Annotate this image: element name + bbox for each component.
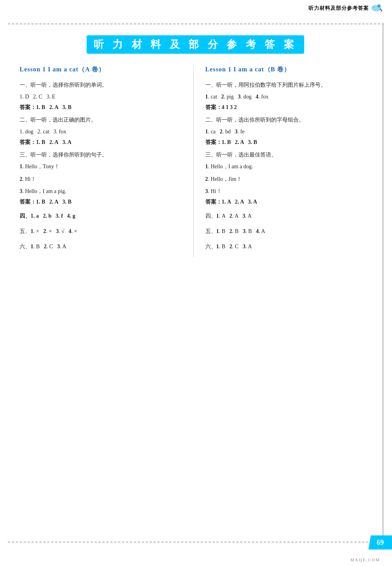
right-s4-content: 四、1. A 2. A 3. A <box>205 211 371 221</box>
left-section-3: 三、听一听，选择你所听到的句子。 1. Hello，Tony！ 2. Hi！ 3… <box>20 151 185 206</box>
left-s3-item3: 3. Hello，I am a pig. <box>20 186 185 196</box>
page-number: 69 <box>377 539 384 547</box>
right-column-header: Lesson 1 I am a cat（B 卷） <box>205 66 371 74</box>
left-section-2: 二、听一听，选出正确的图片。 1. dog 2. cat 3. fox 答案：1… <box>20 116 185 146</box>
right-s3-answer: 答案：1. A 2. A 3. A <box>205 198 371 206</box>
right-column: Lesson 1 I am a cat（B 卷） 一、听一听，用阿拉伯数字给下列… <box>194 66 371 257</box>
left-s6-content: 六、1. B 2. C 3. A <box>20 242 185 251</box>
left-s1-title: 一、听一听，选择你所听到的单词。 <box>20 82 185 89</box>
left-s1-answer: 答案：1. B 2. A 3. B <box>20 104 185 111</box>
right-s3-item3: 3. Hi！ <box>205 186 371 196</box>
left-column: Lesson 1 I am a cat（A 卷） 一、听一听，选择你所听到的单词… <box>20 66 194 257</box>
page-number-badge: 69 <box>368 535 392 550</box>
left-section-6: 六、1. B 2. C 3. A <box>20 242 185 251</box>
left-section-4: 四、1. a 2. b 3. f 4. g <box>20 211 185 221</box>
left-s2-items: 1. dog 2. cat 3. fox <box>20 127 185 136</box>
top-banner: 听力材料及部分参考答案 <box>309 4 382 13</box>
right-section-4: 四、1. A 2. A 3. A <box>205 211 371 221</box>
columns-container: Lesson 1 I am a cat（A 卷） 一、听一听，选择你所听到的单词… <box>20 66 371 257</box>
right-section-3: 三、听一听，选出最佳答语。 1. Hello，I am a dog. 2. He… <box>205 151 371 206</box>
left-s4-content: 四、1. a 2. b 3. f 4. g <box>20 211 185 221</box>
right-s1-answer: 答案：4 1 3 2 <box>205 104 371 111</box>
right-s2-items: 1. ca 2. bd 3. fe <box>205 127 371 136</box>
left-s3-item2: 2. Hi！ <box>20 174 185 184</box>
left-s2-title: 二、听一听，选出正确的图片。 <box>20 116 185 124</box>
right-section-6: 六、1. B 2. C 3. A <box>205 242 371 251</box>
svg-point-2 <box>372 5 375 8</box>
left-column-header: Lesson 1 I am a cat（A 卷） <box>20 66 185 74</box>
right-s5-content: 五、1. B 2. B 3. B 4. A <box>205 226 371 236</box>
page-title: 听 力 材 料 及 部 分 参 考 答 案 <box>20 35 371 54</box>
left-s2-answer: 答案：1. B 2. A 3. A <box>20 139 185 146</box>
watermark-text: MXQE.COM <box>350 557 380 562</box>
left-s3-answer: 答案：1. B 2. A 3. B <box>20 198 185 206</box>
right-s3-item2: 2. Hello，Jim！ <box>205 174 371 184</box>
left-s3-item1: 1. Hello，Tony！ <box>20 162 185 171</box>
svg-point-1 <box>377 4 381 7</box>
right-s1-title: 一、听一听，用阿拉伯数字给下列图片标上序号。 <box>205 82 371 89</box>
right-s3-item1: 1. Hello，I am a dog. <box>205 162 371 171</box>
left-s1-items: 1. D 2. C 3. E <box>20 92 185 102</box>
left-s5-content: 五、1. × 2. × 3. √ 4. × <box>20 226 185 236</box>
right-s6-content: 六、1. B 2. C 3. A <box>205 242 371 251</box>
right-section-1: 一、听一听，用阿拉伯数字给下列图片标上序号。 1. cat 2. pig 3. … <box>205 82 371 111</box>
main-content: 听 力 材 料 及 部 分 参 考 答 案 Lesson 1 I am a ca… <box>8 24 383 542</box>
right-s2-answer: 答案：1. B 2. A 3. B <box>205 139 371 146</box>
right-s2-title: 二、听一听，选出你所听到的字母组合。 <box>205 116 371 124</box>
right-section-5: 五、1. B 2. B 3. B 4. A <box>205 226 371 236</box>
right-s1-items: 1. cat 2. pig 3. dog 4. fox <box>205 92 371 102</box>
banner-text: 听力材料及部分参考答案 <box>309 5 369 12</box>
vertical-border-right <box>383 24 383 542</box>
left-s3-title: 三、听一听，选择你所听到的句子。 <box>20 151 185 158</box>
right-s3-title: 三、听一听，选出最佳答语。 <box>205 151 371 158</box>
watermark: MXQE.COM <box>350 557 380 562</box>
left-section-1: 一、听一听，选择你所听到的单词。 1. D 2. C 3. E 答案：1. B … <box>20 82 185 111</box>
title-text: 听 力 材 料 及 部 分 参 考 答 案 <box>87 35 304 54</box>
left-section-5: 五、1. × 2. × 3. √ 4. × <box>20 226 185 236</box>
right-section-2: 二、听一听，选出你所听到的字母组合。 1. ca 2. bd 3. fe 答案：… <box>205 116 371 146</box>
pencil-icon <box>370 4 382 13</box>
